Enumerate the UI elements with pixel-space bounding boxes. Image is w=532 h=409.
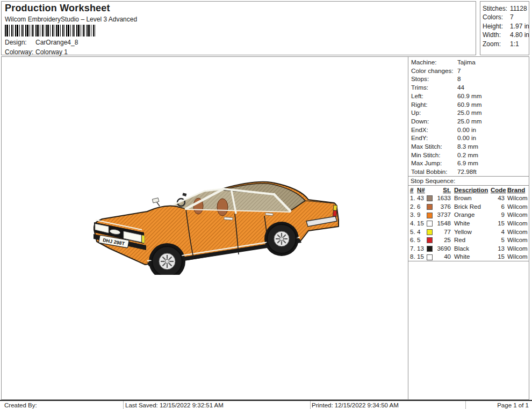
thread-color-swatch: [427, 204, 433, 210]
rear-seat: [217, 199, 228, 216]
app-subtitle: Wilcom EmbroideryStudio – Level 3 Advanc…: [5, 16, 137, 23]
machine-info-label: Max Stitch:: [411, 142, 457, 151]
col-n: N#: [417, 187, 425, 193]
machine-info-row: Stops: 8: [408, 75, 529, 83]
stop-sequence-row: 2. 6 376 Brick Red 6 Wilcom: [408, 202, 529, 211]
thread-description: Brown: [451, 195, 491, 201]
machine-info-value: Tajima: [457, 58, 476, 67]
summary-value: 1:1: [510, 40, 519, 48]
thread-code: 15: [491, 220, 505, 227]
divider: [408, 261, 529, 261]
design-canvas: DHJ 298T: [2, 57, 408, 399]
thread-brand: Wilcom: [505, 195, 528, 201]
stitch-count: 3737: [435, 211, 451, 218]
thread-description: White: [451, 253, 491, 260]
design-barcode: [5, 25, 96, 36]
stop-sequence-table: 1. 43 1633 Brown 43 Wilcom 2. 6 376: [408, 194, 529, 261]
summary-label: Width:: [483, 31, 510, 39]
stitch-count: 77: [435, 229, 451, 235]
needle-number: 15: [417, 253, 427, 260]
summary-value: 4.80 in: [510, 31, 529, 39]
side-mirror: [152, 198, 160, 206]
thread-code: 13: [491, 245, 505, 252]
machine-info-row: Total Bobbin: 72.98ft: [408, 167, 529, 176]
thread-color-swatch: [427, 254, 433, 260]
summary-value: 1.97 in: [510, 22, 529, 31]
machine-info-row: Max Stitch: 8.3 mm: [408, 142, 529, 151]
front-wheel: [152, 246, 183, 275]
machine-info-row: EndY: 0.00 in: [408, 134, 529, 142]
machine-info-value: 0.2 mm: [457, 151, 478, 159]
machine-info-list: Machine: Tajima Color changes: 7 Stops: …: [408, 57, 529, 176]
summary-row: Stitches: 11128: [483, 4, 529, 13]
summary-row: Height: 1.97 in: [483, 22, 529, 31]
thread-color-swatch: [427, 246, 433, 252]
created-by: Created By:: [0, 401, 124, 409]
stitch-count: 40: [435, 253, 451, 260]
summary-label: Zoom:: [483, 40, 510, 48]
stitch-count: 1548: [435, 220, 451, 227]
machine-info-row: Min Stitch: 0.2 mm: [408, 151, 529, 159]
thread-code: 5: [491, 237, 505, 243]
machine-info-row: Machine: Tajima: [408, 58, 529, 67]
col-num: #: [410, 187, 413, 193]
thread-brand: Wilcom: [505, 203, 528, 210]
thread-description: Orange: [451, 211, 491, 218]
page-indicator: Page 1 of 1: [466, 401, 532, 409]
machine-info-row: Down: 25.0 mm: [408, 117, 529, 126]
machine-info-value: 44: [457, 83, 464, 92]
summary-label: Height:: [483, 22, 510, 31]
col-description: Description: [454, 187, 488, 193]
stitch-count: 1633: [435, 195, 451, 201]
machine-info-label: EndY:: [411, 134, 457, 142]
machine-info-value: 25.0 mm: [457, 108, 481, 117]
machine-info-panel: Machine: Tajima Color changes: 7 Stops: …: [408, 57, 529, 399]
rearview-mirror: [182, 193, 186, 196]
stitch-count: 3690: [435, 245, 451, 252]
machine-info-value: 8.3 mm: [457, 142, 478, 151]
stop-number: 5.: [410, 229, 417, 235]
needle-number: 5: [417, 237, 427, 243]
machine-info-label: Up:: [411, 108, 457, 117]
machine-info-label: Trims:: [411, 83, 457, 92]
machine-info-value: 60.9 mm: [457, 100, 481, 109]
machine-info-row: Up: 25.0 mm: [408, 108, 529, 117]
machine-info-row: Max Jump: 6.9 mm: [408, 159, 529, 167]
col-brand: Brand: [507, 187, 525, 193]
thread-brand: Wilcom: [505, 237, 528, 243]
stop-number: 8.: [410, 253, 417, 260]
machine-info-label: Max Jump:: [411, 159, 457, 167]
machine-info-label: Min Stitch:: [411, 151, 457, 159]
summary-row: Width: 4.80 in: [483, 31, 529, 39]
thread-description: Brick Red: [451, 203, 491, 210]
stop-number: 7.: [410, 245, 417, 252]
front-indicator: [142, 235, 145, 243]
machine-info-value: 6.9 mm: [457, 159, 478, 167]
page-title: Production Worksheet: [5, 3, 110, 14]
thread-code: 15: [491, 253, 505, 260]
col-code: Code: [491, 187, 506, 193]
stop-number: 4.: [410, 220, 417, 227]
last-saved: Last Saved: 12/15/2022 9:32:51 AM: [124, 401, 311, 409]
machine-info-value: 72.98ft: [457, 167, 477, 176]
machine-info-label: Machine:: [411, 58, 457, 67]
stop-number: 6.: [410, 237, 417, 243]
machine-info-value: 0.00 in: [457, 126, 476, 134]
design-row: Design: CarOrange4_8: [5, 39, 78, 46]
stop-number: 2.: [410, 203, 417, 210]
colorway-value: Colorway 1: [35, 48, 68, 56]
stop-sequence-row: 8. 15 40 White 15 Wilcom: [408, 253, 529, 261]
machine-info-value: 0.00 in: [457, 134, 476, 142]
machine-info-row: Trims: 44: [408, 83, 529, 92]
machine-info-label: Color changes:: [411, 67, 457, 75]
machine-info-value: 60.9 mm: [457, 92, 481, 100]
stop-sequence-row: 5. 4 77 Yellow 4 Wilcom: [408, 228, 529, 236]
thread-description: Black: [451, 245, 491, 252]
colorway-label: Colorway:: [5, 48, 35, 56]
summary-value: 7: [510, 13, 514, 21]
machine-info-value: 7: [457, 67, 461, 75]
footer-bar: Created By: Last Saved: 12/15/2022 9:32:…: [0, 400, 532, 409]
summary-row: Zoom: 1:1: [483, 40, 529, 48]
machine-info-value: 8: [457, 75, 461, 83]
machine-info-value: 25.0 mm: [457, 117, 481, 126]
